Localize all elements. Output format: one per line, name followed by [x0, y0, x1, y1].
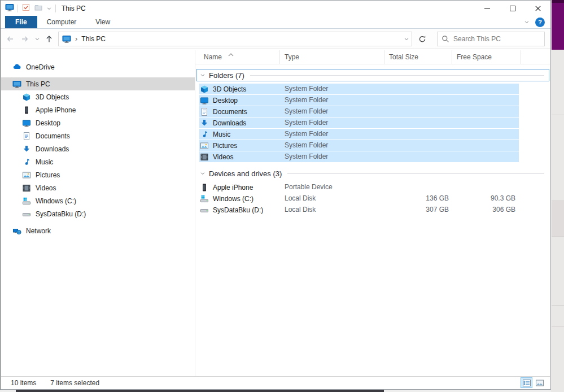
breadcrumb-separator: ›	[75, 34, 77, 43]
minimize-button[interactable]	[474, 1, 500, 16]
search-box[interactable]	[437, 32, 545, 46]
free-space	[452, 182, 519, 193]
forward-button[interactable]	[19, 32, 31, 46]
picture-icon	[200, 141, 209, 150]
selection-count: 7 items selected	[50, 379, 99, 387]
document-icon	[22, 132, 31, 141]
sidebar-item-label: Apple iPhone	[36, 106, 76, 114]
file-row-windows-c[interactable]: Windows (C:)Local Disk136 GB90.3 GB	[199, 193, 519, 204]
sidebar-item-music[interactable]: Music	[1, 155, 195, 168]
sidebar-item-pictures[interactable]: Pictures	[1, 168, 195, 181]
chevron-down-icon	[200, 72, 206, 78]
refresh-icon	[418, 34, 427, 43]
system-menu-icon[interactable]	[5, 3, 14, 14]
sidebar-item-apple-iphone[interactable]: Apple iPhone	[1, 103, 195, 116]
onedrive-cloud-icon	[12, 63, 21, 72]
navigation-bar: › This PC	[1, 29, 550, 49]
file-name: Desktop	[213, 95, 238, 106]
close-button[interactable]	[525, 1, 550, 16]
column-header-type[interactable]: Type	[280, 50, 384, 64]
file-name: Videos	[213, 152, 233, 163]
help-button[interactable]: ?	[535, 18, 545, 27]
column-header-total-size[interactable]: Total Size	[384, 50, 452, 64]
document-icon	[200, 107, 209, 116]
file-row-desktop[interactable]: DesktopSystem Folder	[199, 95, 519, 106]
file-row-music[interactable]: MusicSystem Folder	[199, 129, 519, 140]
menu-tab-view[interactable]: View	[86, 16, 120, 28]
refresh-button[interactable]	[414, 32, 430, 46]
window-title: This PC	[62, 5, 86, 12]
free-space: 306 GB	[452, 204, 519, 216]
sidebar-item-this-pc[interactable]: This PC	[1, 77, 195, 90]
group-label: Folders (7)	[209, 71, 244, 80]
group-label: Devices and drives (3)	[209, 169, 282, 178]
up-button[interactable]	[43, 32, 55, 46]
window-controls	[474, 1, 550, 16]
search-input[interactable]	[453, 35, 541, 43]
column-header-free-space[interactable]: Free Space	[452, 50, 521, 64]
sidebar-item-label: Music	[36, 158, 53, 166]
file-type: System Folder	[280, 84, 384, 95]
new-folder-button[interactable]	[34, 3, 43, 14]
recent-locations-dropdown[interactable]	[33, 32, 41, 46]
sort-ascending-icon	[228, 50, 234, 58]
back-button[interactable]	[4, 32, 16, 46]
sidebar: OneDriveThis PC3D ObjectsApple iPhoneDes…	[1, 50, 195, 376]
item-count: 10 items	[11, 379, 36, 387]
quick-access-toolbar-dropdown[interactable]	[46, 3, 52, 14]
arrow-left-icon	[6, 34, 15, 43]
sidebar-item-label: Videos	[36, 184, 56, 192]
column-header-name[interactable]: Name	[195, 50, 280, 64]
maximize-button[interactable]	[500, 1, 525, 16]
maximize-icon	[508, 4, 517, 13]
properties-button[interactable]	[21, 3, 30, 14]
file-row-videos[interactable]: VideosSystem Folder	[199, 151, 519, 163]
file-row-3d-objects[interactable]: 3D ObjectsSystem Folder	[199, 84, 519, 95]
group-header-devices-and-drives-3[interactable]: Devices and drives (3)	[196, 167, 549, 180]
address-dropdown-icon[interactable]	[404, 36, 409, 42]
file-row-sysdatabku-d[interactable]: SysDataBku (D:)Local Disk307 GB306 GB	[199, 204, 519, 216]
desktop-icon	[200, 96, 209, 105]
details-view-icon	[522, 378, 531, 387]
film-icon	[200, 153, 209, 162]
file-row-downloads[interactable]: DownloadsSystem Folder	[199, 117, 519, 129]
sidebar-item-windows-c[interactable]: Windows (C:)	[1, 194, 195, 207]
file-row-apple-iphone[interactable]: Apple iPhonePortable Device	[199, 182, 519, 193]
drive-icon	[200, 206, 209, 215]
sidebar-item-desktop[interactable]: Desktop	[1, 116, 195, 129]
file-type: System Folder	[280, 140, 384, 151]
sidebar-item-onedrive[interactable]: OneDrive	[1, 60, 195, 73]
file-name: Downloads	[213, 118, 246, 129]
search-icon	[441, 34, 450, 43]
drive-icon	[22, 210, 31, 219]
sidebar-item-sysdatabku-d[interactable]: SysDataBku (D:)	[1, 207, 195, 220]
details-view-button[interactable]	[521, 377, 532, 388]
group-header-folders-7[interactable]: Folders (7)	[196, 69, 549, 81]
file-name: Documents	[213, 107, 247, 117]
statusbar: 10 items 7 items selected	[1, 376, 550, 389]
arrow-right-icon	[20, 34, 29, 43]
titlebar: This PC	[1, 1, 550, 16]
address-bar[interactable]: › This PC	[58, 32, 412, 46]
thumbnails-view-button[interactable]	[534, 377, 545, 388]
sidebar-item-network[interactable]: Network	[1, 224, 195, 237]
sidebar-item-label: Downloads	[36, 145, 69, 153]
file-row-pictures[interactable]: PicturesSystem Folder	[199, 140, 519, 151]
file-row-documents[interactable]: DocumentsSystem Folder	[199, 106, 519, 117]
quick-access-toolbar	[1, 3, 56, 14]
main-pane: Name Type Total Size Free Space Folders …	[195, 50, 550, 376]
collapse-ribbon-icon[interactable]	[524, 19, 530, 25]
menu-tab-computer[interactable]: Computer	[37, 16, 86, 28]
file-name: Music	[213, 129, 230, 140]
file-name: 3D Objects	[213, 84, 246, 95]
breadcrumb[interactable]: This PC	[81, 35, 106, 43]
file-type: Portable Device	[280, 182, 384, 193]
file-type: Local Disk	[280, 193, 384, 204]
file-name: Apple iPhone	[213, 182, 253, 193]
menu-tab-file[interactable]: File	[5, 16, 37, 28]
sidebar-item-3d-objects[interactable]: 3D Objects	[1, 90, 195, 103]
free-space: 90.3 GB	[452, 193, 519, 204]
sidebar-item-videos[interactable]: Videos	[1, 181, 195, 194]
sidebar-item-downloads[interactable]: Downloads	[1, 142, 195, 155]
sidebar-item-documents[interactable]: Documents	[1, 129, 195, 142]
